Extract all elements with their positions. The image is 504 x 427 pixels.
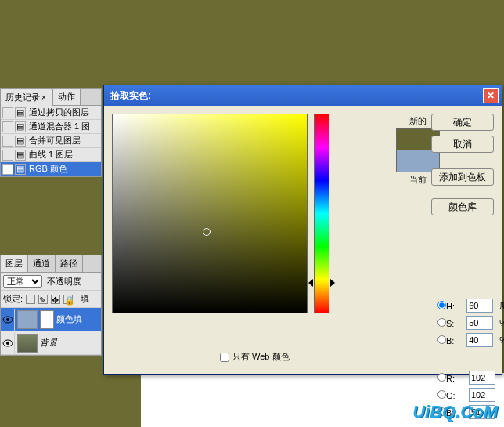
history-item-label: 曲线 1 图层: [29, 149, 73, 161]
radio-bri[interactable]: [437, 335, 446, 344]
lock-position-icon[interactable]: ✥: [51, 295, 60, 304]
lock-all-icon[interactable]: 🔒: [63, 295, 73, 304]
layer-label: 颜色填: [56, 313, 82, 325]
hue-slider-handle[interactable]: [308, 279, 335, 287]
dialog-title: 拾取实色:: [107, 89, 483, 103]
layer-thumbnail[interactable]: [17, 334, 38, 353]
close-icon[interactable]: ×: [40, 93, 48, 102]
label-s: S:: [446, 319, 455, 328]
input-r[interactable]: [469, 371, 495, 385]
swatch-new-label: 新的: [409, 115, 427, 127]
hue-slider[interactable]: [314, 114, 329, 313]
input-g[interactable]: [469, 388, 495, 402]
close-button[interactable]: ✕: [483, 88, 499, 103]
layer-row[interactable]: 颜色填: [1, 308, 101, 331]
label-bri: B:: [446, 336, 455, 346]
visibility-toggle[interactable]: [1, 332, 15, 354]
web-colors-only: 只有 Web 颜色: [220, 351, 290, 363]
layer-thumbnail[interactable]: [17, 310, 38, 329]
history-snapshot-slot[interactable]: [2, 150, 13, 161]
tab-channels[interactable]: 通道: [28, 255, 56, 272]
history-panel: 历史记录× 动作 ▤ 通过拷贝的图层 ▤ 通道混合器 1 图 ▤ 合并可见图层 …: [0, 88, 102, 177]
tab-history-label: 历史记录: [5, 92, 40, 102]
color-field-marker[interactable]: [203, 228, 211, 236]
history-snapshot-slot[interactable]: [2, 136, 13, 147]
layer-label: 背景: [40, 337, 57, 349]
curves-icon: ▤: [15, 150, 26, 161]
history-item[interactable]: ▤ 合并可见图层: [1, 134, 101, 148]
eye-icon: [2, 339, 13, 347]
tab-layers[interactable]: 图层: [1, 255, 28, 272]
history-snapshot-slot[interactable]: [2, 107, 13, 118]
watermark: UiBQ.CoM: [412, 402, 498, 422]
history-item[interactable]: ▤ 通道混合器 1 图: [1, 120, 101, 134]
unit-pct: %: [498, 318, 504, 327]
dialog-buttons: 确定 取消 添加到色板 颜色库: [431, 114, 494, 215]
layers-panel: 图层 通道 路径 正常 不透明度 锁定: ✎ ✥ 🔒 填 颜色填 背景: [0, 255, 102, 356]
radio-h[interactable]: [437, 301, 446, 309]
label-g: G:: [446, 391, 457, 400]
caret-left-icon: [330, 279, 335, 287]
color-picker-dialog: 拾取实色: ✕ 新的 当前 确定 取消 添加到色板 颜色: [103, 85, 502, 375]
history-tabs: 历史记录× 动作: [1, 89, 101, 106]
layers-options: 正常 不透明度: [1, 273, 101, 291]
history-snapshot-slot[interactable]: ▸: [2, 164, 13, 175]
tab-paths[interactable]: 路径: [56, 255, 83, 272]
opacity-label: 不透明度: [47, 276, 81, 288]
color-field[interactable]: [112, 114, 308, 313]
visibility-toggle[interactable]: [1, 309, 15, 331]
web-only-label: 只有 Web 颜色: [232, 351, 290, 363]
radio-g[interactable]: [437, 390, 446, 399]
tab-history[interactable]: 历史记录×: [1, 89, 53, 106]
radio-r[interactable]: [437, 373, 446, 382]
color-libraries-button[interactable]: 颜色库: [431, 198, 494, 215]
adjustment-icon: ▤: [15, 121, 26, 132]
history-item-label: 合并可见图层: [29, 135, 81, 147]
layer-icon: ▤: [15, 107, 26, 118]
caret-right-icon: [308, 279, 313, 287]
history-item[interactable]: ▸ ▤ RGB 颜色: [1, 162, 101, 176]
mode-icon: ▤: [15, 164, 26, 175]
input-s[interactable]: [466, 316, 493, 330]
ok-button[interactable]: 确定: [431, 114, 494, 131]
input-bri[interactable]: [466, 333, 493, 347]
history-item-label: 通道混合器 1 图: [29, 121, 90, 132]
merge-icon: ▤: [15, 136, 26, 147]
cancel-button[interactable]: 取消: [431, 136, 494, 153]
layer-row[interactable]: 背景: [1, 331, 101, 355]
svg-point-1: [6, 318, 9, 321]
lock-pixels-icon[interactable]: ✎: [38, 295, 48, 304]
lock-transparency-icon[interactable]: [26, 295, 35, 304]
label-r: R:: [446, 374, 456, 383]
eye-icon: [2, 316, 13, 324]
history-item[interactable]: ▤ 曲线 1 图层: [1, 148, 101, 162]
input-h[interactable]: [466, 299, 493, 313]
blend-mode-select[interactable]: 正常: [3, 275, 42, 288]
history-item[interactable]: ▤ 通过拷贝的图层: [1, 106, 101, 120]
swatch-current-label: 当前: [409, 174, 427, 186]
layer-mask-thumbnail[interactable]: [40, 310, 54, 329]
radio-s[interactable]: [437, 318, 446, 327]
history-snapshot-slot[interactable]: [2, 121, 13, 132]
label-h: H:: [446, 302, 456, 311]
web-only-checkbox[interactable]: [220, 353, 229, 362]
svg-point-3: [6, 342, 9, 345]
fill-label: 填: [81, 293, 89, 305]
tab-actions[interactable]: 动作: [53, 89, 81, 105]
add-swatch-button[interactable]: 添加到色板: [431, 168, 494, 186]
unit-pct2: %: [498, 335, 504, 345]
layers-tabs: 图层 通道 路径: [1, 255, 101, 273]
history-item-label: RGB 颜色: [29, 163, 67, 175]
history-item-label: 通过拷贝的图层: [29, 107, 89, 118]
lock-label: 锁定:: [3, 293, 23, 305]
titlebar[interactable]: 拾取实色: ✕: [104, 85, 502, 106]
hsb-lab-inputs: H: 度 L: S: % a: B: % b:: [437, 299, 504, 347]
layers-lock-row: 锁定: ✎ ✥ 🔒 填: [1, 291, 101, 308]
unit-deg: 度: [498, 300, 504, 312]
